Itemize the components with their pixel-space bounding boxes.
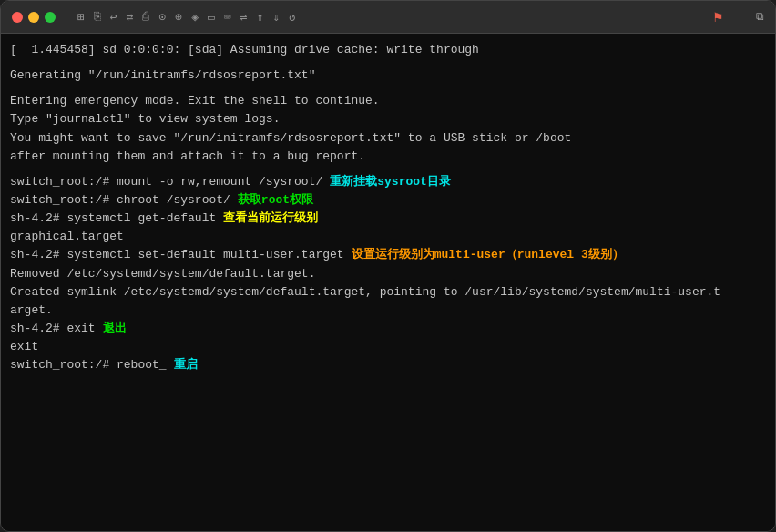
titlebar: ⊞ ⎘ ↩ ⇄ ⎙ ⊙ ⊕ ◈ ▭ ⌨ ⇌ ⇑ ⇓ ↺ ⚑ ⧉ bbox=[1, 1, 775, 34]
terminal-line: [ 1.445458] sd 0:0:0:0: [sda] Assuming d… bbox=[10, 41, 766, 59]
annotation-text: 查看当前运行级别 bbox=[223, 211, 318, 225]
prompt-text: switch_root:/# mount -o rw,remount /sysr… bbox=[10, 175, 322, 189]
back-icon: ↩ bbox=[110, 10, 117, 25]
traffic-lights bbox=[12, 12, 56, 23]
print-icon: ⎙ bbox=[142, 10, 149, 24]
restore-icon: ⧉ bbox=[756, 11, 764, 24]
blank-line bbox=[10, 59, 766, 66]
prompt-text: sh-4.2# exit bbox=[10, 322, 96, 335]
terminal-line: exit bbox=[10, 338, 766, 356]
server-icon: ⚑ bbox=[712, 10, 724, 25]
terminal-line: Type "journalctl" to view system logs. bbox=[10, 110, 766, 128]
key-icon: ⊕ bbox=[175, 10, 182, 25]
terminal-line: You might want to save "/run/initramfs/r… bbox=[10, 129, 766, 148]
terminal-line: switch_root:/# mount -o rw,remount /sysr… bbox=[10, 173, 766, 191]
annotation-text: 设置运行级别为multi-user（runlevel 3级别） bbox=[352, 248, 624, 261]
terminal-line: sh-4.2# systemctl get-default查看当前运行级别 bbox=[10, 210, 766, 228]
copy-icon: ⎘ bbox=[94, 10, 101, 24]
terminal-window: ⊞ ⎘ ↩ ⇄ ⎙ ⊙ ⊕ ◈ ▭ ⌨ ⇌ ⇑ ⇓ ↺ ⚑ ⧉ [ 1.4454… bbox=[0, 0, 776, 532]
panel-icon: ⊞ bbox=[77, 10, 85, 25]
terminal-line: switch_root:/# chroot /sysroot/获取root权限 bbox=[10, 191, 766, 210]
keyboard-icon: ⌨ bbox=[224, 10, 231, 25]
prompt-text: switch_root:/# reboot_ bbox=[10, 358, 167, 372]
annotation-text: 重新挂载sysroot目录 bbox=[330, 175, 451, 189]
terminal-line: arget. bbox=[10, 302, 766, 320]
forward-back-icon: ⇄ bbox=[127, 10, 134, 25]
terminal-line: sh-4.2# exit退出 bbox=[10, 320, 766, 338]
lock-icon: ⊙ bbox=[158, 10, 166, 25]
download-icon: ⇓ bbox=[272, 10, 280, 25]
annotation-text: 退出 bbox=[103, 322, 127, 335]
terminal-line: sh-4.2# systemctl set-default multi-user… bbox=[10, 246, 766, 264]
maximize-button[interactable] bbox=[45, 12, 56, 23]
terminal-line: Generating "/run/initramfs/rdsosreport.t… bbox=[10, 66, 766, 85]
toolbar-icons: ⊞ ⎘ ↩ ⇄ ⎙ ⊙ ⊕ ◈ ▭ ⌨ ⇌ ⇑ ⇓ ↺ bbox=[77, 10, 296, 25]
blank-line bbox=[10, 85, 766, 92]
minimize-button[interactable] bbox=[28, 12, 39, 23]
terminal-line: switch_root:/# reboot_重启 bbox=[10, 356, 766, 374]
blank-line bbox=[10, 166, 766, 173]
terminal-line: graphical.target bbox=[10, 228, 766, 246]
annotation-text: 获取root权限 bbox=[238, 193, 313, 207]
prompt-text: switch_root:/# chroot /sysroot/ bbox=[10, 193, 230, 207]
close-button[interactable] bbox=[12, 12, 23, 23]
transfer-icon: ⇌ bbox=[240, 10, 248, 25]
window-controls-right: ⧉ bbox=[756, 11, 764, 24]
upload-icon: ⇑ bbox=[256, 10, 263, 25]
terminal-line: after mounting them and attach it to a b… bbox=[10, 148, 766, 166]
volume-icon: ◈ bbox=[191, 10, 199, 25]
prompt-text: sh-4.2# systemctl get-default bbox=[10, 211, 216, 225]
terminal-line: Removed /etc/systemd/system/default.targ… bbox=[10, 265, 766, 283]
monitor-icon: ▭ bbox=[208, 10, 215, 25]
terminal-body[interactable]: [ 1.445458] sd 0:0:0:0: [sda] Assuming d… bbox=[1, 34, 775, 531]
terminal-line: Created symlink /etc/systemd/system/defa… bbox=[10, 283, 766, 302]
terminal-line: Entering emergency mode. Exit the shell … bbox=[10, 92, 766, 110]
window-title: ⚑ bbox=[712, 10, 730, 25]
prompt-text: sh-4.2# systemctl set-default multi-user… bbox=[10, 248, 344, 261]
refresh-icon: ↺ bbox=[289, 10, 296, 25]
annotation-text: 重启 bbox=[174, 358, 198, 372]
